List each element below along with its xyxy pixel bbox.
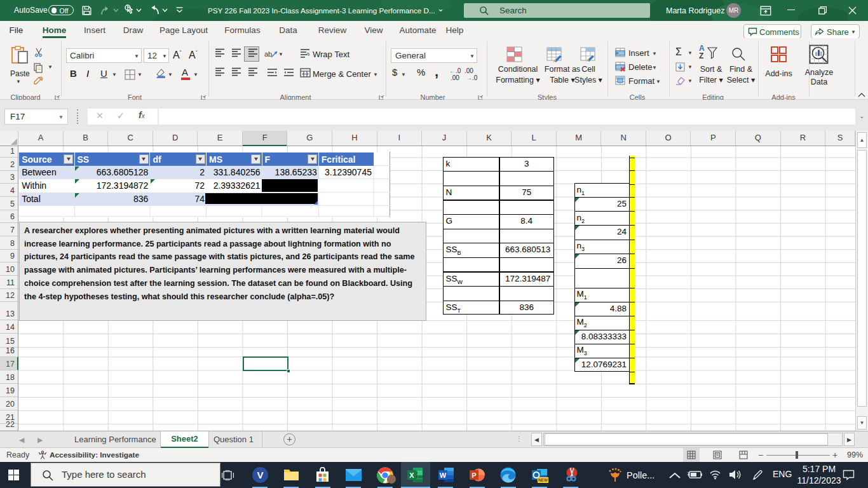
svg-text:W: W [440, 471, 447, 479]
svg-text:X: X [409, 471, 414, 479]
svg-text:P: P [471, 471, 476, 479]
